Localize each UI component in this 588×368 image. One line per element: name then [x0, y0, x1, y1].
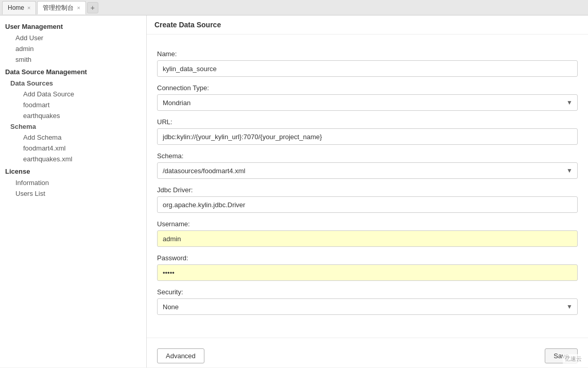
form-group-schema: Schema: /datasources/foodmart4.xml /data… — [157, 152, 578, 179]
form-container: Name: Connection Type: Mondrian JDBC XML… — [147, 42, 588, 332]
name-label: Name: — [157, 50, 578, 58]
sidebar-item-foodmart4-xml[interactable]: foodmart4.xml — [0, 143, 146, 154]
sidebar-item-earthquakes-xml[interactable]: earthquakes.xml — [0, 154, 146, 164]
schema-label: Schema: — [157, 152, 578, 160]
sidebar-section-user-management: User Management — [0, 20, 146, 32]
username-input[interactable] — [157, 230, 578, 247]
sidebar-item-admin[interactable]: admin — [0, 43, 146, 54]
sidebar: User Management Add User admin smith Dat… — [0, 15, 147, 367]
form-group-security: Security: None Digest Basic NTLM ▼ — [157, 288, 578, 315]
sidebar-item-foodmart[interactable]: foodmart — [0, 99, 146, 110]
schema-wrapper: /datasources/foodmart4.xml /datasources/… — [157, 162, 578, 179]
sidebar-section-data-source-management: Data Source Management — [0, 65, 146, 78]
tab-home[interactable]: Home × — [2, 1, 36, 14]
sidebar-item-earthquakes[interactable]: earthquakes — [0, 110, 146, 121]
password-label: Password: — [157, 254, 578, 262]
connection-type-wrapper: Mondrian JDBC XMLA ▼ — [157, 94, 578, 111]
jdbc-driver-label: Jdbc Driver: — [157, 186, 578, 194]
tab-add-button[interactable]: + — [87, 2, 98, 13]
connection-type-select[interactable]: Mondrian JDBC XMLA — [157, 94, 578, 111]
password-input[interactable] — [157, 264, 578, 281]
form-group-connection-type: Connection Type: Mondrian JDBC XMLA ▼ — [157, 84, 578, 111]
sidebar-item-information[interactable]: Information — [0, 177, 146, 188]
tab-home-close[interactable]: × — [27, 5, 30, 11]
form-title: Create Data Source — [147, 15, 588, 35]
form-group-password: Password: — [157, 254, 578, 281]
sidebar-item-data-sources[interactable]: Data Sources — [0, 78, 146, 89]
username-label: Username: — [157, 220, 578, 228]
name-input[interactable] — [157, 60, 578, 77]
connection-type-label: Connection Type: — [157, 84, 578, 92]
schema-select[interactable]: /datasources/foodmart4.xml /datasources/… — [157, 162, 578, 179]
sidebar-item-smith[interactable]: smith — [0, 54, 146, 65]
advanced-button[interactable]: Advanced — [157, 348, 204, 363]
watermark: 亿速云 — [563, 354, 584, 364]
tab-admin-console-close[interactable]: × — [77, 5, 80, 11]
form-group-jdbc-driver: Jdbc Driver: — [157, 186, 578, 213]
url-input[interactable] — [157, 128, 578, 145]
jdbc-driver-input[interactable] — [157, 196, 578, 213]
url-label: URL: — [157, 118, 578, 126]
form-footer: Advanced Save — [147, 338, 588, 367]
security-label: Security: — [157, 288, 578, 296]
tab-admin-console-label: 管理控制台 — [43, 4, 74, 12]
sidebar-item-users-list[interactable]: Users List — [0, 188, 146, 199]
sidebar-item-add-schema[interactable]: Add Schema — [0, 132, 146, 143]
content-area: Create Data Source Name: Connection Type… — [147, 15, 588, 367]
sidebar-item-add-user[interactable]: Add User — [0, 32, 146, 43]
security-select[interactable]: None Digest Basic NTLM — [157, 298, 578, 315]
sidebar-item-schema[interactable]: Schema — [0, 121, 146, 132]
form-group-name: Name: — [157, 50, 578, 77]
form-group-username: Username: — [157, 220, 578, 247]
main-layout: User Management Add User admin smith Dat… — [0, 15, 588, 367]
tab-home-label: Home — [8, 4, 24, 11]
security-wrapper: None Digest Basic NTLM ▼ — [157, 298, 578, 315]
sidebar-item-add-data-source[interactable]: Add Data Source — [0, 89, 146, 99]
sidebar-section-license: License — [0, 164, 146, 177]
form-group-url: URL: — [157, 118, 578, 145]
tab-admin-console[interactable]: 管理控制台 × — [37, 1, 85, 14]
tab-bar: Home × 管理控制台 × + — [0, 0, 588, 15]
